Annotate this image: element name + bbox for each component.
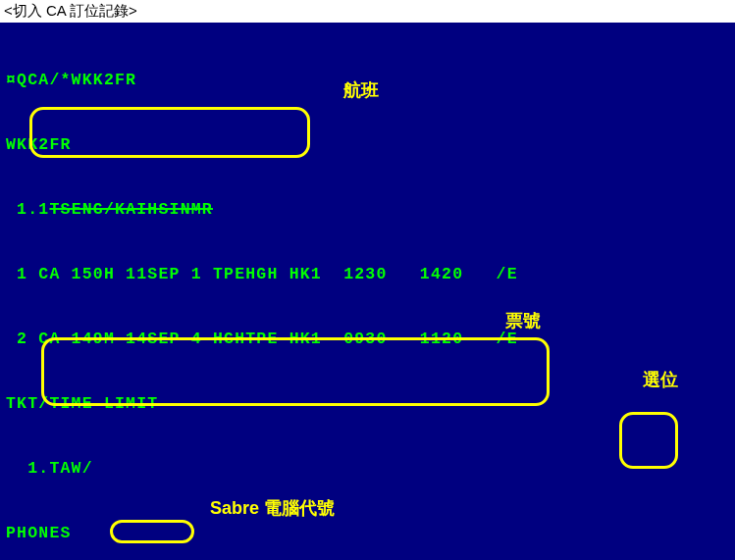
passenger-name-strikethrough: TSENG/KAIHSINMR [49, 200, 213, 219]
annotation-sabre: Sabre 電腦代號 [210, 496, 335, 520]
highlight-box-sabre [110, 520, 194, 543]
term-line-flight-1: 1 CA 150H 11SEP 1 TPEHGH HK1 1230 1420 /… [6, 264, 729, 285]
page-title: <切入 CA 訂位記錄> [0, 0, 735, 23]
passenger-prefix: 1.1 [6, 200, 49, 219]
highlight-box-seat [619, 412, 678, 469]
highlight-box-ticket [41, 337, 550, 406]
annotation-seat: 選位 [643, 368, 678, 391]
annotation-flight: 航班 [343, 78, 379, 102]
annotation-ticket: 票號 [505, 309, 541, 332]
term-line-passenger: 1.1TSENG/KAIHSINMR [6, 199, 729, 221]
terminal-screen: ¤QCA/*WKK2FR WKK2FR 1.1TSENG/KAIHSINMR 1… [0, 23, 735, 560]
highlight-box-flight [29, 107, 310, 158]
